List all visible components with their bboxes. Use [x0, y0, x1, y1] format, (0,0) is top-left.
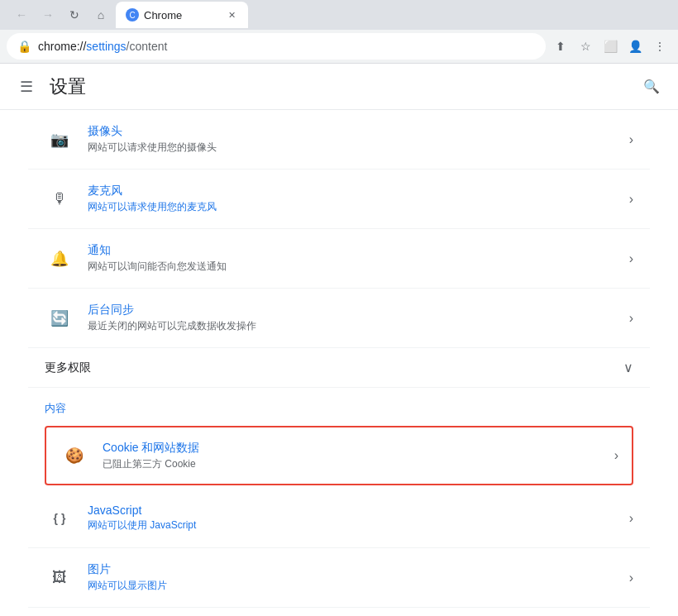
background-sync-arrow: ›: [629, 311, 633, 326]
url-scheme: chrome://: [38, 40, 86, 53]
cookies-arrow: ›: [614, 448, 618, 463]
reload-button[interactable]: ↻: [63, 3, 86, 26]
back-button[interactable]: ←: [10, 3, 33, 26]
microphone-title: 麦克风: [88, 184, 623, 198]
url-host: settings: [86, 40, 126, 53]
url-input[interactable]: 🔒 chrome://settings/content: [7, 33, 546, 60]
images-content: 图片 网站可以显示图片: [88, 562, 623, 593]
share-button[interactable]: ⬆: [549, 35, 572, 58]
more-permissions-chevron-icon: ∨: [623, 360, 633, 375]
bookmark-button[interactable]: ☆: [574, 35, 597, 58]
home-icon: ⌂: [98, 8, 104, 21]
active-tab[interactable]: C Chrome ✕: [116, 2, 248, 28]
cookies-title: Cookie 和网站数据: [103, 441, 608, 456]
javascript-icon: { }: [45, 504, 74, 533]
more-menu-icon: ⋮: [654, 40, 666, 53]
window-icon: ⬜: [604, 40, 618, 53]
camera-title: 摄像头: [88, 124, 623, 139]
background-sync-desc: 最近关闭的网站可以完成数据收发操作: [88, 319, 623, 333]
page-container: ☰ 设置 🔍 📷 摄像头 网站可以请求使用您的摄像头 ›: [0, 64, 678, 616]
profile-button[interactable]: 👤: [623, 35, 647, 58]
window-button[interactable]: ⬜: [599, 35, 622, 58]
microphone-icon: 🎙: [45, 184, 74, 214]
cookies-content: Cookie 和网站数据 已阻止第三方 Cookie: [103, 441, 608, 471]
sidebar-toggle-button[interactable]: ☰: [13, 74, 40, 100]
search-button[interactable]: 🔍: [638, 74, 665, 100]
settings-item-javascript[interactable]: { } JavaScript 网站可以使用 JavaScript ›: [28, 489, 650, 548]
cookies-desc: 已阻止第三方 Cookie: [103, 457, 608, 471]
settings-item-cookies[interactable]: 🍪 Cookie 和网站数据 已阻止第三方 Cookie ›: [45, 426, 633, 485]
forward-icon: →: [42, 8, 54, 21]
secure-icon: 🔒: [17, 40, 31, 53]
javascript-arrow: ›: [629, 511, 633, 526]
javascript-desc: 网站可以使用 JavaScript: [88, 518, 623, 532]
reload-icon: ↻: [69, 8, 79, 21]
more-permissions-label: 更多权限: [45, 361, 623, 375]
microphone-content: 麦克风 网站可以请求使用您的麦克风: [88, 184, 623, 214]
more-menu-button[interactable]: ⋮: [648, 35, 671, 58]
settings-page: ☰ 设置 🔍 📷 摄像头 网站可以请求使用您的摄像头 ›: [0, 64, 678, 616]
browser-chrome: ← → ↻ ⌂ C Chrome ✕ 🔒 chrome://settings/c…: [0, 0, 678, 64]
notifications-title: 通知: [88, 243, 623, 258]
notifications-icon: 🔔: [45, 244, 74, 274]
javascript-title: JavaScript: [88, 504, 623, 517]
back-icon: ←: [16, 8, 27, 21]
profile-icon: 👤: [628, 40, 642, 53]
microphone-arrow: ›: [629, 192, 633, 207]
cookie-icon: 🍪: [60, 441, 89, 470]
tab-navigation: ← → ↻ ⌂: [7, 3, 116, 26]
settings-item-microphone[interactable]: 🎙 麦克风 网站可以请求使用您的麦克风 ›: [28, 170, 650, 229]
camera-desc: 网站可以请求使用您的摄像头: [88, 141, 623, 155]
images-title: 图片: [88, 562, 623, 577]
settings-item-camera[interactable]: 📷 摄像头 网站可以请求使用您的摄像头 ›: [28, 110, 650, 170]
forward-button[interactable]: →: [36, 3, 60, 26]
bookmark-icon: ☆: [580, 40, 591, 53]
more-permissions-section[interactable]: 更多权限 ∨: [28, 348, 650, 388]
notifications-desc: 网站可以询问能否向您发送通知: [88, 260, 623, 274]
background-sync-content: 后台同步 最近关闭的网站可以完成数据收发操作: [88, 303, 623, 333]
camera-arrow: ›: [629, 132, 633, 147]
images-desc: 网站可以显示图片: [88, 579, 623, 593]
url-display: chrome://settings/content: [38, 40, 167, 53]
images-icon: 🖼: [45, 563, 74, 593]
tab-close-button[interactable]: ✕: [225, 8, 238, 21]
hamburger-icon: ☰: [20, 78, 33, 96]
tab-favicon: C: [126, 8, 139, 21]
javascript-content: JavaScript 网站可以使用 JavaScript: [88, 504, 623, 532]
home-button[interactable]: ⌂: [89, 3, 112, 26]
background-sync-title: 后台同步: [88, 303, 623, 318]
search-icon: 🔍: [643, 79, 660, 94]
notifications-arrow: ›: [629, 251, 633, 266]
tab-bar: ← → ↻ ⌂ C Chrome ✕: [0, 0, 678, 30]
url-path: /content: [127, 40, 168, 53]
settings-item-images[interactable]: 🖼 图片 网站可以显示图片 ›: [28, 548, 650, 608]
notifications-content: 通知 网站可以询问能否向您发送通知: [88, 243, 623, 274]
settings-item-background-sync[interactable]: 🔄 后台同步 最近关闭的网站可以完成数据收发操作 ›: [28, 289, 650, 348]
settings-item-popups[interactable]: ⬛ 弹出式窗口和重定向 不允许网站显示弹出式窗口或使用重定向 ›: [28, 608, 650, 616]
share-icon: ⬆: [556, 40, 566, 53]
address-bar: 🔒 chrome://settings/content ⬆ ☆ ⬜ 👤 ⋮: [0, 30, 678, 63]
sync-icon: 🔄: [45, 303, 74, 333]
content-section-header: 内容: [28, 388, 650, 423]
settings-list: 📷 摄像头 网站可以请求使用您的摄像头 › 🎙 麦克风 网站可以请求使用您的麦克…: [28, 110, 650, 616]
settings-header: ☰ 设置 🔍: [0, 64, 678, 110]
page-title: 设置: [50, 74, 86, 99]
camera-content: 摄像头 网站可以请求使用您的摄像头: [88, 124, 623, 155]
microphone-desc: 网站可以请求使用您的麦克风: [88, 200, 623, 214]
address-bar-actions: ⬆ ☆ ⬜ 👤 ⋮: [549, 35, 671, 58]
camera-icon: 📷: [45, 125, 74, 155]
tab-title: Chrome: [144, 9, 220, 21]
settings-item-notifications[interactable]: 🔔 通知 网站可以询问能否向您发送通知 ›: [28, 229, 650, 289]
images-arrow: ›: [629, 571, 633, 585]
